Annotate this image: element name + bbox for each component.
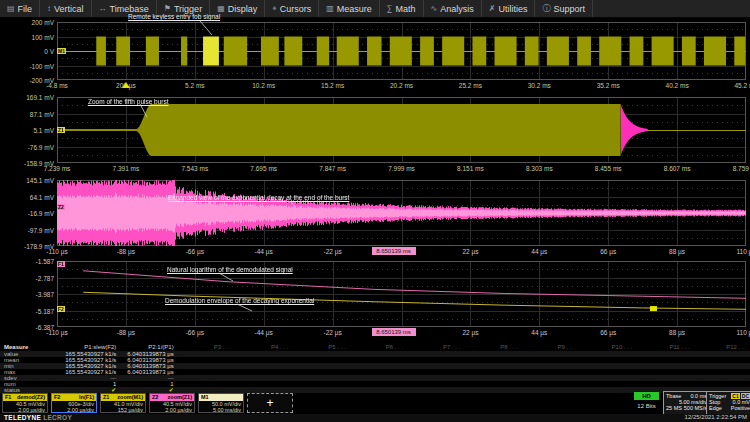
x-axis-label: 7.847 ms bbox=[319, 165, 346, 173]
y-axis-label: 145.1 mV bbox=[0, 177, 54, 184]
descriptor-F2[interactable]: F2ln(F1)600e-3/div2.00 µs/div bbox=[51, 393, 97, 413]
x-axis-label: 8.607 ms bbox=[664, 165, 691, 173]
menu-item-analysis[interactable]: ∿Analysis bbox=[424, 0, 482, 17]
x-axis-label: -22 µs bbox=[323, 329, 341, 337]
add-trace-button[interactable]: + bbox=[247, 393, 293, 413]
x-axis-label: 40.2 ms bbox=[666, 82, 689, 90]
y-axis-label: -2.787 bbox=[0, 275, 54, 282]
x-axis-label: 7.391 ms bbox=[113, 165, 140, 173]
descriptor-timebase: 152 µs/div bbox=[101, 407, 145, 413]
menu-item-file[interactable]: ▤File bbox=[0, 0, 40, 17]
menu-item-utilities[interactable]: ✗Utilities bbox=[482, 0, 536, 17]
timebase-summary[interactable]: Tbase 0.0 ms 5.00 ms/div 25 MS 500 MS/s bbox=[663, 391, 710, 416]
menu-item-math[interactable]: ∑Math bbox=[380, 0, 424, 17]
descriptor-timebase: 5.00 ms/div bbox=[199, 407, 243, 413]
descriptor-header: M1 bbox=[199, 394, 243, 401]
descriptor-id: Z2 bbox=[152, 394, 158, 401]
panel-F2-plot[interactable] bbox=[57, 261, 746, 327]
y-axis-label: -1.587 bbox=[0, 258, 54, 265]
param-header-P5 . . .[interactable]: P5 . . . bbox=[291, 344, 348, 351]
y-axis-label: 0 V bbox=[0, 48, 54, 55]
brand-logo: TELEDYNE LECROY bbox=[4, 414, 72, 421]
x-axis-label: -44 µs bbox=[255, 248, 273, 256]
descriptor-timebase: 2.00 µs/div bbox=[150, 407, 194, 413]
param-header-P3 . . .[interactable]: P3 . . . bbox=[177, 344, 234, 351]
measure-table: MeasureP1:slew(F2)P2:1/(P1)P3 . . .P4 . … bbox=[0, 344, 750, 393]
axis-time-readout: 8.650139 ms bbox=[372, 328, 416, 336]
menu-bar: ▤File↕Vertical↔Timebase⚑Trigger▦Display⌖… bbox=[0, 0, 750, 18]
param-header-P1[interactable]: P1:slew(F2) bbox=[62, 344, 119, 351]
menu-item-label: Support bbox=[553, 4, 585, 14]
y-axis-label: 87.1 mV bbox=[0, 111, 54, 118]
trace-indicator-F2[interactable]: F2 bbox=[57, 306, 65, 312]
menu-item-label: Display bbox=[228, 4, 258, 14]
x-axis-label: 7.543 ms bbox=[181, 165, 208, 173]
annotation-fob: Remote keyless entry fob signal bbox=[128, 13, 220, 20]
panel-Z2-plot[interactable] bbox=[57, 180, 746, 246]
param-header-P11 . . .[interactable]: P11 . . . bbox=[635, 344, 692, 351]
param-header-P8 . . .[interactable]: P8 . . . bbox=[463, 344, 520, 351]
trace-indicator-Z2[interactable]: Z2 bbox=[57, 204, 65, 210]
y-axis-label: -100 mV bbox=[0, 63, 54, 70]
descriptor-Z1[interactable]: Z1zoom(M1)41.0 mV/div152 µs/div bbox=[100, 393, 146, 413]
y-axis-label: -97.9 mV bbox=[0, 227, 54, 234]
display-icon: ▦ bbox=[217, 5, 225, 13]
x-axis-label: 7.999 ms bbox=[388, 165, 415, 173]
x-axis-label: -110 µs bbox=[46, 248, 67, 256]
param-header-P2[interactable]: P2:1/(P1) bbox=[119, 344, 176, 351]
menu-item-label: Vertical bbox=[54, 4, 84, 14]
descriptor-id: F1 bbox=[5, 394, 11, 401]
annotation-decay: Expanded view of the exponential decay a… bbox=[168, 194, 349, 201]
param-header-P6 . . .[interactable]: P6 . . . bbox=[349, 344, 406, 351]
vertical-icon: ↕ bbox=[47, 5, 51, 13]
x-axis-label: 88 µs bbox=[669, 248, 685, 256]
y-axis-label: 5.1 mV bbox=[0, 127, 54, 134]
descriptor-source: ln(F1) bbox=[79, 394, 94, 401]
trace-indicator-M1[interactable]: M1 bbox=[57, 48, 66, 54]
descriptor-header: Z2zoom(Z1) bbox=[150, 394, 194, 401]
x-axis-label: 15.2 ms bbox=[321, 82, 344, 90]
param-header-P7 . . .[interactable]: P7 . . . bbox=[406, 344, 463, 351]
descriptor-header: F2ln(F1) bbox=[52, 394, 96, 401]
y-axis-label: -5.187 bbox=[0, 308, 54, 315]
panel-Z1-plot[interactable] bbox=[57, 97, 746, 163]
menu-item-cursors[interactable]: ⌖Cursors bbox=[265, 0, 319, 17]
descriptor-F1[interactable]: F1demod(Z2)40.5 mV/div2.00 µs/div bbox=[2, 393, 48, 413]
annotation-zoom: Zoom of the fifth pulse burst bbox=[88, 98, 169, 105]
hd-mode-badge[interactable]: HD bbox=[634, 392, 659, 400]
x-axis-label: 8.303 ms bbox=[526, 165, 553, 173]
param-header-P9 . . .[interactable]: P9 . . . bbox=[521, 344, 578, 351]
descriptor-Z2[interactable]: Z2zoom(Z1)40.5 mV/div2.00 µs/div bbox=[149, 393, 195, 413]
trace-indicator-Z1[interactable]: Z1 bbox=[57, 127, 65, 133]
measure-header-row: MeasureP1:slew(F2)P2:1/(P1)P3 . . .P4 . … bbox=[0, 344, 750, 351]
brand-lecroy: LECROY bbox=[43, 414, 72, 421]
x-axis-label: 44 µs bbox=[531, 329, 547, 337]
param-header-P10 . . .[interactable]: P10 . . . bbox=[578, 344, 635, 351]
descriptor-source: zoom(Z1) bbox=[168, 394, 192, 401]
y-axis-label: 169.1 mV bbox=[0, 94, 54, 101]
trace-indicator-F1[interactable]: F1 bbox=[57, 261, 65, 267]
descriptor-source: zoom(M1) bbox=[117, 394, 143, 401]
x-axis-label: 22 µs bbox=[462, 248, 478, 256]
x-axis-label: 20.2 ms bbox=[390, 82, 413, 90]
measure-title: Measure bbox=[0, 344, 62, 351]
panel-M1-plot[interactable] bbox=[57, 22, 746, 80]
trigger-type: Edge bbox=[709, 405, 722, 411]
tbase-rate: 500 MS/s bbox=[684, 405, 707, 411]
param-header-P4 . . .[interactable]: P4 . . . bbox=[234, 344, 291, 351]
menu-item-vertical[interactable]: ↕Vertical bbox=[40, 0, 92, 17]
x-axis-label: 10.2 ms bbox=[252, 82, 275, 90]
param-header-P12 . . .[interactable]: P12 . . . bbox=[693, 344, 750, 351]
x-axis-label: 25.2 ms bbox=[459, 82, 482, 90]
trigger-position-marker[interactable] bbox=[122, 82, 130, 88]
trigger-summary[interactable]: Trigger C1DC Stop 0.0 mV Edge Positive bbox=[706, 391, 750, 416]
menu-item-measure[interactable]: ▥Measure bbox=[319, 0, 380, 17]
menu-item-support[interactable]: ⓘSupport bbox=[535, 0, 593, 17]
x-axis-label: 8.151 ms bbox=[457, 165, 484, 173]
utilities-icon: ✗ bbox=[489, 5, 496, 13]
menu-item-label: Math bbox=[396, 4, 416, 14]
timebase-icon: ↔ bbox=[99, 5, 107, 13]
descriptor-M1[interactable]: M150.0 mV/div5.00 ms/div bbox=[198, 393, 244, 413]
x-axis-label: 22 µs bbox=[462, 329, 478, 337]
descriptor-header: Z1zoom(M1) bbox=[101, 394, 145, 401]
